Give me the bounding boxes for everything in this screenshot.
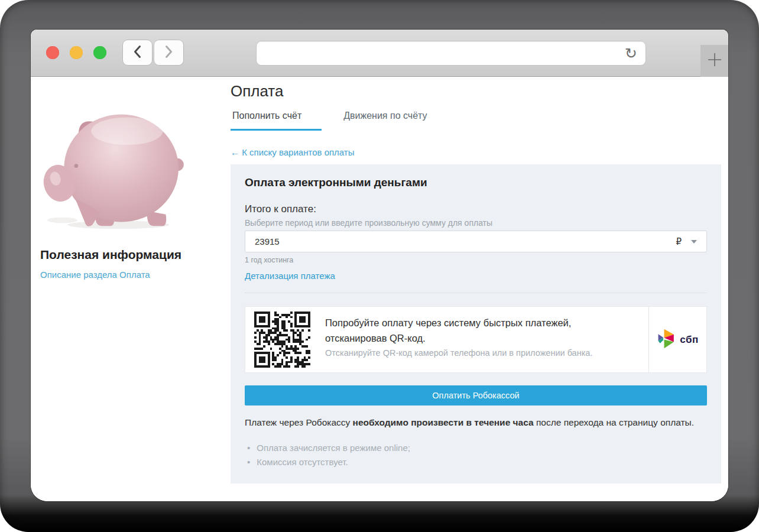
back-to-payment-options-link[interactable]: ← К списку вариантов оплаты xyxy=(231,147,355,157)
piggy-bank-image xyxy=(40,101,185,236)
list-item: Комиссия отсутствует. xyxy=(247,455,410,469)
close-window-button[interactable] xyxy=(46,46,59,59)
sbp-logo-icon xyxy=(657,327,677,352)
zoom-window-button[interactable] xyxy=(93,46,106,59)
sidebar-heading: Полезная информация xyxy=(40,248,181,262)
sbp-text-block: Попробуйте оплату через систему быстрых … xyxy=(325,315,621,358)
sidebar-link-payment-description[interactable]: Описание раздела Оплата xyxy=(40,270,150,280)
address-bar[interactable]: ↻ xyxy=(256,41,646,66)
page-title: Оплата xyxy=(231,82,283,100)
tab-top-up-account[interactable]: Пополнить счёт xyxy=(231,111,322,131)
list-item: Оплата зачисляется в режиме online; xyxy=(247,441,410,455)
currency-symbol: ₽ xyxy=(676,236,682,247)
qr-code xyxy=(254,312,310,368)
sbp-logo: сбп xyxy=(648,307,707,372)
browser-window: ↻ xyxy=(31,30,728,501)
minimize-window-button[interactable] xyxy=(70,46,83,59)
sbp-sub-text: Отсканируйте QR-код камерой телефона или… xyxy=(325,348,621,358)
panel-heading: Оплата электронными деньгами xyxy=(245,176,427,189)
back-button[interactable] xyxy=(122,40,153,66)
divider xyxy=(245,293,707,293)
sbp-qr-card: Попробуйте оплату через систему быстрых … xyxy=(245,306,707,373)
total-due-label: Итого к оплате: xyxy=(245,203,316,215)
payment-note: Платеж через Робокассу необходимо произв… xyxy=(245,417,694,428)
total-due-hint: Выберите период или введите произвольную… xyxy=(245,218,492,228)
chevron-down-icon[interactable] xyxy=(691,240,697,244)
payment-note-prefix: Платеж через Робокассу xyxy=(245,417,353,427)
page-content: Полезная информация Описание раздела Опл… xyxy=(31,77,728,501)
period-note: 1 год хостинга xyxy=(245,256,293,264)
url-input[interactable] xyxy=(265,48,625,59)
payment-bullets: Оплата зачисляется в режиме online; Коми… xyxy=(247,441,410,469)
payment-details-link[interactable]: Детализация платежа xyxy=(245,271,335,281)
payment-note-suffix: после перехода на страницу оплаты. xyxy=(534,417,694,427)
forward-button[interactable] xyxy=(154,40,184,66)
plus-icon xyxy=(706,51,723,70)
new-tab-button[interactable] xyxy=(700,45,728,77)
refresh-icon[interactable]: ↻ xyxy=(625,46,637,61)
tab-account-movements[interactable]: Движения по счёту xyxy=(342,111,429,131)
amount-field[interactable]: ₽ xyxy=(245,231,707,252)
sbp-main-text: Попробуйте оплату через систему быстрых … xyxy=(325,315,621,346)
amount-input[interactable] xyxy=(255,236,676,246)
chevron-right-icon xyxy=(164,45,173,61)
payment-panel: Оплата электронными деньгами Итого к опл… xyxy=(231,164,721,484)
payment-note-bold: необходимо произвести в течение часа xyxy=(353,417,534,427)
chevron-left-icon xyxy=(133,45,142,61)
sbp-logo-text: сбп xyxy=(680,334,699,346)
tabs: Пополнить счёт Движения по счёту xyxy=(231,111,429,131)
pay-robokassa-button[interactable]: Оплатить Робокассой xyxy=(245,385,707,406)
browser-toolbar: ↻ xyxy=(31,30,728,77)
